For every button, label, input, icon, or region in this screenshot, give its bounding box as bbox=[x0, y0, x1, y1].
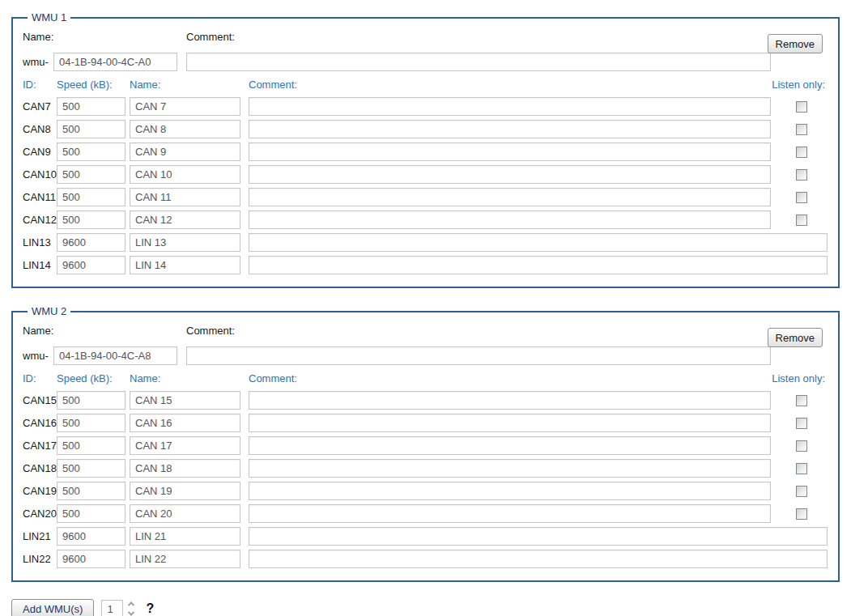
channel-id-label: CAN7 bbox=[23, 100, 57, 113]
channel-comment-input[interactable] bbox=[249, 391, 771, 410]
channel-name-input[interactable] bbox=[130, 233, 240, 252]
channel-name-input[interactable] bbox=[130, 504, 240, 523]
channel-id-label: CAN9 bbox=[23, 146, 57, 158]
channel-speed-input[interactable] bbox=[57, 142, 126, 161]
listen-only-checkbox[interactable] bbox=[796, 192, 807, 203]
channel-row: CAN11 bbox=[23, 188, 828, 206]
channel-row: CAN7 bbox=[23, 97, 828, 116]
wmu-top-labels: Name: Comment: bbox=[23, 325, 828, 337]
channel-name-input[interactable] bbox=[130, 97, 240, 116]
listen-only-checkbox[interactable] bbox=[796, 486, 807, 497]
channel-id-label: CAN10 bbox=[23, 168, 57, 181]
channel-speed-input[interactable] bbox=[57, 414, 126, 432]
channel-speed-input[interactable] bbox=[57, 459, 126, 478]
channel-columns-header: ID: Speed (kB): Name: Comment: Listen on… bbox=[23, 372, 828, 384]
channel-speed-input[interactable] bbox=[57, 120, 126, 138]
channel-comment-input[interactable] bbox=[249, 414, 771, 432]
channel-comment-input[interactable] bbox=[249, 504, 771, 523]
channel-comment-input[interactable] bbox=[249, 120, 771, 138]
spinner-up-button[interactable] bbox=[129, 601, 134, 607]
channel-name-input[interactable] bbox=[130, 256, 240, 274]
channel-comment-input[interactable] bbox=[249, 459, 771, 478]
wmu-name-label: Name: bbox=[23, 31, 186, 43]
channel-name-input[interactable] bbox=[130, 165, 240, 184]
add-wmu-button[interactable]: Add WMU(s) bbox=[11, 599, 94, 616]
listen-only-checkbox[interactable] bbox=[796, 215, 807, 226]
wmu-list: WMU 1 Remove Name: Comment: wmu- ID: Spe… bbox=[11, 11, 840, 582]
wmu-mac-input[interactable] bbox=[53, 53, 177, 71]
channel-speed-input[interactable] bbox=[57, 165, 126, 184]
channel-comment-input[interactable] bbox=[249, 436, 771, 455]
channel-name-input[interactable] bbox=[130, 482, 240, 500]
listen-only-checkbox[interactable] bbox=[796, 169, 807, 181]
wmu-legend: WMU 1 bbox=[28, 11, 70, 23]
channel-comment-input[interactable] bbox=[249, 97, 771, 116]
channel-name-input[interactable] bbox=[130, 414, 240, 432]
channel-row: CAN8 bbox=[23, 120, 828, 138]
channel-comment-input[interactable] bbox=[249, 233, 828, 252]
channel-id-label: LIN13 bbox=[23, 236, 57, 249]
listen-only-checkbox[interactable] bbox=[796, 508, 807, 520]
channel-comment-input[interactable] bbox=[249, 550, 828, 568]
listen-only-checkbox[interactable] bbox=[796, 418, 807, 429]
col-header-speed: Speed (kB): bbox=[57, 79, 130, 91]
col-header-listen-only: Listen only: bbox=[772, 79, 825, 91]
wmu-comment-input[interactable] bbox=[186, 346, 771, 365]
wmu-comment-label: Comment: bbox=[186, 31, 235, 43]
remove-wmu-button[interactable]: Remove bbox=[768, 34, 823, 53]
wmu-count-input[interactable] bbox=[101, 600, 123, 616]
channel-row: CAN10 bbox=[23, 165, 828, 184]
channel-speed-input[interactable] bbox=[57, 210, 126, 229]
channel-speed-input[interactable] bbox=[57, 97, 126, 116]
channel-name-input[interactable] bbox=[130, 188, 240, 206]
remove-wmu-button[interactable]: Remove bbox=[768, 328, 823, 347]
channel-name-input[interactable] bbox=[130, 142, 240, 161]
channel-comment-input[interactable] bbox=[249, 482, 771, 500]
channel-speed-input[interactable] bbox=[57, 550, 126, 568]
wmu-identity-row: wmu- bbox=[23, 53, 828, 71]
chevron-down-icon bbox=[128, 609, 134, 615]
channel-name-input[interactable] bbox=[130, 210, 240, 229]
channel-speed-input[interactable] bbox=[57, 482, 126, 500]
help-question-mark[interactable]: ? bbox=[146, 601, 154, 616]
channel-comment-input[interactable] bbox=[249, 142, 771, 161]
channel-speed-input[interactable] bbox=[57, 436, 126, 455]
channel-speed-input[interactable] bbox=[57, 527, 126, 546]
channel-columns-header: ID: Speed (kB): Name: Comment: Listen on… bbox=[23, 79, 828, 91]
channel-name-input[interactable] bbox=[130, 436, 240, 455]
listen-only-checkbox[interactable] bbox=[796, 463, 807, 474]
channel-speed-input[interactable] bbox=[57, 256, 126, 274]
listen-only-checkbox[interactable] bbox=[796, 101, 807, 113]
channel-name-input[interactable] bbox=[130, 391, 240, 410]
wmu-mac-prefix-label: wmu- bbox=[23, 350, 53, 362]
wmu-identity-row: wmu- bbox=[23, 346, 828, 365]
wmu-fieldset: WMU 2 Remove Name: Comment: wmu- ID: Spe… bbox=[11, 305, 840, 582]
listen-only-checkbox[interactable] bbox=[796, 440, 807, 452]
channel-name-input[interactable] bbox=[130, 527, 240, 546]
col-header-name: Name: bbox=[130, 372, 249, 384]
channel-comment-input[interactable] bbox=[249, 256, 828, 274]
channel-row: CAN19 bbox=[23, 482, 828, 500]
channel-speed-input[interactable] bbox=[57, 391, 126, 410]
channel-comment-input[interactable] bbox=[249, 165, 771, 184]
channel-comment-input[interactable] bbox=[249, 527, 828, 546]
channel-speed-input[interactable] bbox=[57, 504, 126, 523]
listen-only-checkbox[interactable] bbox=[796, 395, 807, 406]
channel-name-input[interactable] bbox=[130, 120, 240, 138]
wmu-top-labels: Name: Comment: bbox=[23, 31, 828, 43]
wmu-mac-input[interactable] bbox=[53, 346, 177, 365]
channel-row: CAN20 bbox=[23, 504, 828, 523]
listen-only-checkbox[interactable] bbox=[796, 147, 807, 158]
channel-id-label: LIN22 bbox=[23, 553, 57, 565]
channel-speed-input[interactable] bbox=[57, 233, 126, 252]
channel-comment-input[interactable] bbox=[249, 210, 771, 229]
spinner-down-button[interactable] bbox=[129, 611, 134, 616]
channel-speed-input[interactable] bbox=[57, 188, 126, 206]
channel-comment-input[interactable] bbox=[249, 188, 771, 206]
listen-only-checkbox[interactable] bbox=[796, 124, 807, 135]
wmu-legend: WMU 2 bbox=[28, 305, 70, 317]
channel-name-input[interactable] bbox=[130, 550, 240, 568]
channel-row: LIN14 bbox=[23, 256, 828, 274]
channel-name-input[interactable] bbox=[130, 459, 240, 478]
wmu-comment-input[interactable] bbox=[186, 53, 771, 71]
